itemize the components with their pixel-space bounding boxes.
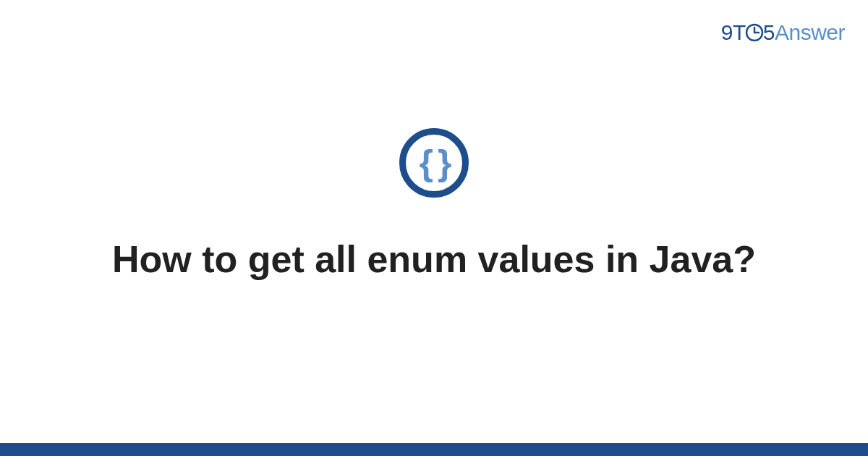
code-braces-icon: { } (420, 145, 449, 181)
page-title: How to get all enum values in Java? (112, 235, 756, 284)
footer-accent-bar (0, 443, 868, 456)
main-content: { } How to get all enum values in Java? (0, 0, 868, 456)
category-icon-circle: { } (399, 128, 469, 198)
